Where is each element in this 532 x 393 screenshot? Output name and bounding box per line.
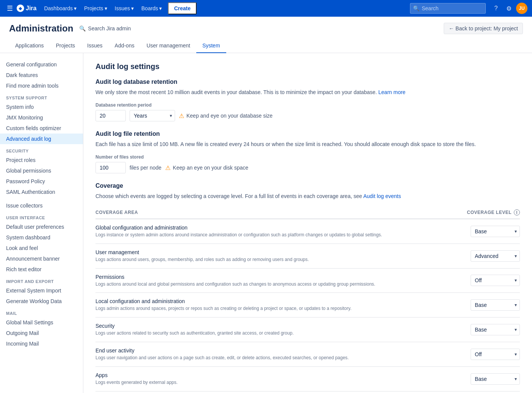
- sidebar-item-system-dashboard[interactable]: System dashboard: [0, 232, 83, 243]
- tab-addons[interactable]: Add-ons: [109, 39, 141, 53]
- sidebar-item-saml[interactable]: SAML Authentication: [0, 187, 83, 197]
- sidebar-item-external-import[interactable]: External System Import: [0, 285, 83, 296]
- coverage-select-user-management[interactable]: Off Base Advanced: [471, 250, 520, 262]
- coverage-select-permissions[interactable]: Off Base Advanced: [471, 275, 520, 286]
- file-retention-field-label: Number of files stored: [95, 154, 520, 160]
- sidebar-item-advanced-audit-log[interactable]: Advanced audit log: [0, 134, 83, 144]
- coverage-select-security[interactable]: Off Base Advanced: [471, 324, 520, 335]
- coverage-select-apps[interactable]: Off Base Advanced: [471, 373, 520, 385]
- coverage-select-wrapper-0: Off Base Advanced ▾: [471, 226, 520, 237]
- sidebar-item-issue-collectors[interactable]: Issue collectors: [0, 200, 83, 211]
- db-retention-input[interactable]: [95, 110, 126, 121]
- sidebar-item-custom-fields[interactable]: Custom fields optimizer: [0, 123, 83, 134]
- coverage-row-local-config: Local configuration and administration L…: [95, 293, 520, 318]
- layout: General configuration Dark features Find…: [0, 53, 532, 393]
- sidebar-item-announcement-banner[interactable]: Announcement banner: [0, 253, 83, 264]
- coverage-row-permissions: Permissions Logs actions around local an…: [95, 269, 520, 293]
- coverage-area-header: Coverage area: [95, 210, 138, 215]
- db-retention-unit-select-wrapper: Days Weeks Months Years ▾: [130, 110, 175, 121]
- file-retention-warning: ⚠ Keep an eye on your disk space: [165, 164, 248, 171]
- logo-text: Jira: [26, 5, 36, 12]
- database-retention-title: Audit log database retention: [95, 79, 520, 85]
- sidebar-item-find-admin-tools[interactable]: Find more admin tools: [0, 80, 83, 91]
- search-input[interactable]: [410, 3, 486, 14]
- sidebar-section-system-support: SYSTEM SUPPORT: [0, 91, 83, 102]
- coverage-select-end-user[interactable]: Off Base Advanced: [471, 349, 520, 360]
- sidebar-item-worklog[interactable]: Generate Worklog Data: [0, 296, 83, 307]
- learn-more-link[interactable]: Learn more: [379, 89, 406, 95]
- admin-header: Administration 🔍 Search Jira admin ← Bac…: [0, 17, 532, 53]
- settings-icon[interactable]: ⚙: [503, 3, 515, 14]
- logo[interactable]: Jira: [17, 5, 36, 12]
- db-retention-input-row: Days Weeks Months Years ▾ ⚠ Keep and eye…: [95, 110, 520, 121]
- warning-icon-file: ⚠: [165, 164, 171, 171]
- coverage-select-local-config[interactable]: Off Base Advanced: [471, 299, 520, 311]
- files-per-node-label: files per node: [130, 165, 161, 171]
- admin-tabs: Applications Projects Issues Add-ons Use…: [9, 39, 523, 53]
- sidebar-section-user-interface: USER INTERFACE: [0, 211, 83, 222]
- sidebar-item-password-policy[interactable]: Password Policy: [0, 176, 83, 187]
- nav-dashboards[interactable]: Dashboards ▾: [41, 4, 80, 13]
- tab-system[interactable]: System: [196, 39, 226, 53]
- db-retention-unit-select[interactable]: Days Weeks Months Years: [130, 110, 175, 121]
- back-to-project-button[interactable]: ← Back to project: My project: [444, 23, 523, 34]
- search-icon: 🔍: [413, 5, 419, 11]
- file-retention-section: Audit log file retention Each file has a…: [95, 130, 520, 173]
- coverage-select-wrapper-4: Off Base Advanced ▾: [471, 324, 520, 335]
- sidebar-item-project-roles[interactable]: Project roles: [0, 155, 83, 165]
- coverage-select-wrapper-1: Off Base Advanced ▾: [471, 250, 520, 262]
- tab-projects[interactable]: Projects: [50, 39, 81, 53]
- sidebar-item-global-permissions[interactable]: Global permissions: [0, 165, 83, 176]
- sidebar-item-general-configuration[interactable]: General configuration: [0, 59, 83, 70]
- jira-logo-icon: [17, 5, 24, 12]
- help-icon[interactable]: ?: [490, 3, 502, 14]
- sidebar-item-outgoing-mail[interactable]: Outgoing Mail: [0, 328, 83, 338]
- coverage-select-wrapper-2: Off Base Advanced ▾: [471, 275, 520, 286]
- sidebar-item-rich-text-editor[interactable]: Rich text editor: [0, 264, 83, 275]
- coverage-select-wrapper-3: Off Base Advanced ▾: [471, 299, 520, 311]
- coverage-desc: Choose which events are logged by select…: [95, 192, 520, 200]
- audit-log-events-link[interactable]: Audit log events: [363, 193, 401, 199]
- coverage-select-global-config[interactable]: Off Base Advanced: [471, 226, 520, 237]
- sidebar-item-default-user-prefs[interactable]: Default user preferences: [0, 222, 83, 232]
- database-retention-section: Audit log database retention We only sto…: [95, 79, 520, 121]
- sidebar-item-system-info[interactable]: System info: [0, 102, 83, 112]
- file-retention-title: Audit log file retention: [95, 130, 520, 137]
- create-button[interactable]: Create: [168, 2, 197, 14]
- coverage-section: Coverage Choose which events are logged …: [95, 182, 520, 391]
- tab-issues[interactable]: Issues: [81, 39, 108, 53]
- sidebar-item-incoming-mail[interactable]: Incoming Mail: [0, 338, 83, 349]
- coverage-info-icon[interactable]: i: [514, 209, 520, 215]
- coverage-row-user-management: User management Logs actions around user…: [95, 244, 520, 269]
- sidebar-section-mail: MAIL: [0, 307, 83, 317]
- search-wrapper: 🔍: [410, 3, 486, 14]
- menu-icon[interactable]: ☰: [5, 2, 15, 15]
- nav-issues[interactable]: Issues ▾: [112, 4, 137, 13]
- warning-icon: ⚠: [179, 112, 184, 119]
- db-retention-warning: ⚠ Keep and eye on your database size: [179, 112, 272, 119]
- coverage-title: Coverage: [95, 182, 520, 189]
- sidebar-section-security: SECURITY: [0, 144, 83, 155]
- sidebar-item-global-mail[interactable]: Global Mail Settings: [0, 317, 83, 328]
- admin-title: Administration: [9, 23, 73, 34]
- nav-right-icons: ? ⚙ JU: [490, 3, 527, 14]
- coverage-select-wrapper-5: Off Base Advanced ▾: [471, 349, 520, 360]
- nav-boards[interactable]: Boards ▾: [138, 4, 165, 13]
- sidebar-item-jmx[interactable]: JMX Monitoring: [0, 112, 83, 123]
- avatar[interactable]: JU: [516, 3, 527, 14]
- sidebar-item-look-and-feel[interactable]: Look and feel: [0, 243, 83, 253]
- file-retention-desc: Each file has a size limit of 100 MB. A …: [95, 140, 520, 148]
- db-retention-field-label: Database retention period: [95, 102, 520, 108]
- page-title: Audit log settings: [95, 62, 520, 71]
- coverage-row-global-config: Global configuration and administration …: [95, 219, 520, 244]
- file-retention-input[interactable]: [95, 162, 126, 173]
- sidebar: General configuration Dark features Find…: [0, 53, 83, 393]
- admin-search[interactable]: 🔍 Search Jira admin: [79, 25, 131, 31]
- sidebar-item-dark-features[interactable]: Dark features: [0, 70, 83, 80]
- coverage-level-header: Coverage level i: [467, 209, 520, 215]
- file-retention-input-row: files per node ⚠ Keep an eye on your dis…: [95, 162, 520, 173]
- tab-user-management[interactable]: User management: [141, 39, 196, 53]
- nav-projects[interactable]: Projects ▾: [81, 4, 110, 13]
- coverage-table-header: Coverage area Coverage level i: [95, 206, 520, 219]
- tab-applications[interactable]: Applications: [9, 39, 50, 53]
